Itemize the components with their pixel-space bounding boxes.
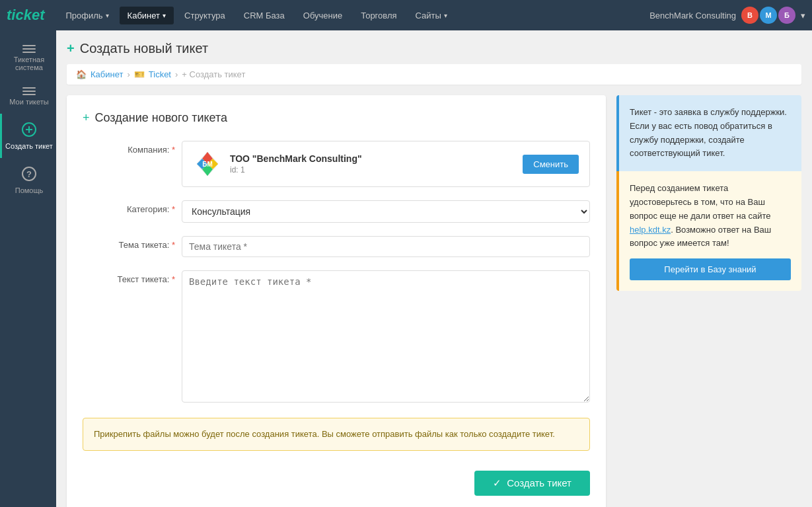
nav-sites[interactable]: Сайты ▾ <box>408 7 455 24</box>
subject-required: * <box>172 240 175 250</box>
company-info: ТОО "BenchMark Consulting" id: 1 <box>230 153 515 175</box>
category-required: * <box>172 204 175 214</box>
nav-profile[interactable]: Профиль ▾ <box>57 7 116 24</box>
breadcrumb-sep-1: › <box>127 69 129 79</box>
nav-crm-label: CRM База <box>244 11 285 20</box>
breadcrumb-ticket-icon: 🎫 <box>134 69 145 79</box>
nav-sites-caret: ▾ <box>444 12 447 19</box>
category-row: Категория: * Консультация Техническая по… <box>83 200 590 223</box>
breadcrumb-sep-2: › <box>175 69 178 79</box>
company-row: Компания: * <box>83 141 590 187</box>
breadcrumb-current: + Создать тикет <box>182 69 245 79</box>
main-content: + Создать новый тикет 🏠 Кабинет › 🎫 Tick… <box>56 30 812 507</box>
form-title-plus-icon: + <box>83 111 90 125</box>
form-title-text: Создание нового тикета <box>95 111 228 125</box>
nav-education-label: Обучение <box>303 11 342 20</box>
sidebar-item-help[interactable]: ? Помощь <box>0 158 56 202</box>
form-submit-row: ✓ Создать тикет <box>83 464 590 496</box>
svg-text:?: ? <box>26 169 32 179</box>
nav-cabinet-label: Кабинет <box>128 11 160 20</box>
user-name: BenchMark Consulting <box>649 11 736 20</box>
file-notice-text: Прикрепить файлы можно будет после созда… <box>94 429 555 439</box>
company-logo: БМ <box>193 149 222 178</box>
nav-sites-label: Сайты <box>416 11 441 20</box>
sidebar-item-ticket-system[interactable]: Тикетная система <box>0 37 56 79</box>
info-yellow-text: Перед созданием тикета удостоверьтесь в … <box>630 183 771 248</box>
sidebar-item-my-tickets[interactable]: Мои тикеты <box>0 79 56 114</box>
create-ticket-label: Создать тикет <box>507 477 572 488</box>
sidebar-ticket-system-label: Тикетная система <box>5 56 53 71</box>
hamburger-icon <box>22 45 36 53</box>
avatar-blue: М <box>760 7 777 24</box>
text-control <box>182 270 590 405</box>
company-required: * <box>172 145 175 155</box>
company-label: Компания: * <box>83 141 175 155</box>
nav-education[interactable]: Обучение <box>295 7 350 24</box>
file-notice: Прикрепить файлы можно будет после созда… <box>83 418 590 451</box>
help-link[interactable]: help.kdt.kz <box>630 225 671 235</box>
company-name: ТОО "BenchMark Consulting" <box>230 153 515 164</box>
nav-profile-caret: ▾ <box>106 12 109 19</box>
sidebar-help-label: Помощь <box>15 186 44 194</box>
company-control: БМ ТОО "BenchMark Consulting" id: 1 Смен… <box>182 141 590 187</box>
list-icon <box>22 87 36 95</box>
category-select[interactable]: Консультация Техническая поддержка Вопро… <box>182 200 590 223</box>
subject-input[interactable] <box>182 236 590 257</box>
page-title-plus-icon: + <box>67 41 75 56</box>
svg-text:БМ: БМ <box>202 161 213 168</box>
page-title: + Создать новый тикет <box>67 41 801 56</box>
user-dropdown-caret[interactable]: ▾ <box>801 11 805 20</box>
text-required: * <box>172 274 175 284</box>
breadcrumb: 🏠 Кабинет › 🎫 Ticket › + Создать тикет <box>67 64 801 85</box>
subject-label: Тема тикета: * <box>83 236 175 250</box>
text-textarea[interactable] <box>182 270 590 403</box>
avatar-red: В <box>741 7 758 24</box>
company-box: БМ ТОО "BenchMark Consulting" id: 1 Смен… <box>182 141 590 187</box>
info-blue-text: Тикет - это заявка в службу поддержки. Е… <box>630 107 787 158</box>
nav-cabinet-caret: ▾ <box>163 12 166 19</box>
sidebar: Тикетная система Мои тикеты Создать тике… <box>0 30 56 507</box>
category-label: Категория: * <box>83 200 175 214</box>
breadcrumb-home-link[interactable]: Кабинет <box>91 69 123 79</box>
user-avatars[interactable]: В М Б <box>741 7 795 24</box>
checkmark-icon: ✓ <box>493 477 501 489</box>
nav-profile-label: Профиль <box>65 11 102 20</box>
page-title-text: Создать новый тикет <box>80 41 208 56</box>
nav-structure[interactable]: Структура <box>176 7 233 24</box>
category-control: Консультация Техническая поддержка Вопро… <box>182 200 590 223</box>
question-icon: ? <box>21 166 37 184</box>
nav-trade-label: Торговля <box>361 11 396 20</box>
breadcrumb-section-link[interactable]: Ticket <box>149 69 171 79</box>
sidebar-my-tickets-label: Мои тикеты <box>9 98 48 106</box>
nav-trade[interactable]: Торговля <box>353 7 404 24</box>
info-card-blue: Тикет - это заявка в службу поддержки. Е… <box>616 95 801 171</box>
text-label: Текст тикета: * <box>83 270 175 284</box>
info-sidebar: Тикет - это заявка в службу поддержки. Е… <box>616 95 801 291</box>
subject-control <box>182 236 590 257</box>
nav-crm[interactable]: CRM База <box>236 7 293 24</box>
text-row: Текст тикета: * <box>83 270 590 405</box>
plus-circle-icon <box>21 122 37 139</box>
form-card-title: + Создание нового тикета <box>83 111 590 125</box>
form-card: + Создание нового тикета Компания: * <box>67 95 606 507</box>
navbar: ticket Профиль ▾ Кабинет ▾ Структура CRM… <box>0 0 812 30</box>
nav-cabinet[interactable]: Кабинет ▾ <box>120 7 174 24</box>
content-layout: + Создание нового тикета Компания: * <box>67 95 801 507</box>
nav-structure-label: Структура <box>184 11 225 20</box>
info-card-yellow: Перед созданием тикета удостоверьтесь в … <box>616 171 801 291</box>
brand-logo[interactable]: ticket <box>7 7 44 24</box>
navbar-right: BenchMark Consulting В М Б ▾ <box>649 7 805 24</box>
company-id: id: 1 <box>230 165 515 175</box>
knowledge-base-button[interactable]: Перейти в Базу знаний <box>630 258 791 280</box>
nav-menu: Профиль ▾ Кабинет ▾ Структура CRM База О… <box>57 7 649 24</box>
change-company-button[interactable]: Сменить <box>523 155 579 174</box>
avatar-purple: Б <box>778 7 795 24</box>
create-ticket-button[interactable]: ✓ Создать тикет <box>474 471 590 496</box>
breadcrumb-home-icon: 🏠 <box>76 69 87 79</box>
sidebar-create-ticket-label: Создать тикет <box>5 142 53 150</box>
sidebar-item-create-ticket[interactable]: Создать тикет <box>0 114 56 158</box>
subject-row: Тема тикета: * <box>83 236 590 257</box>
